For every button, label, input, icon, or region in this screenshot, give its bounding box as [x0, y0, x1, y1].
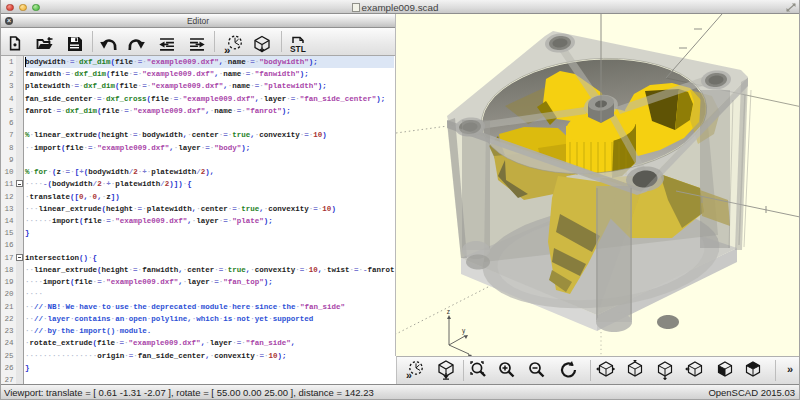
svg-text:z: z	[447, 308, 450, 315]
svg-text:y: y	[462, 327, 466, 335]
svg-text:»: »	[406, 369, 412, 381]
svg-text:»: »	[224, 44, 230, 55]
svg-text:STL: STL	[290, 44, 306, 54]
